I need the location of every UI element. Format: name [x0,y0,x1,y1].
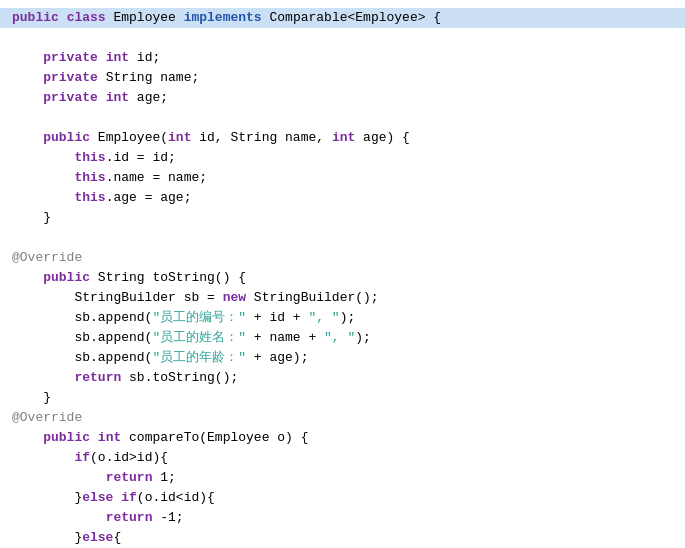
keyword-public3: public [43,268,90,288]
code-line-23: if(o.id>id){ [0,448,685,468]
code-line-8: this.id = id; [0,148,685,168]
code-line-13: @Override [0,248,685,268]
keyword-return3: return [106,508,153,528]
code-line-11: } [0,208,685,228]
code-editor: public class Employee implements Compara… [0,0,685,548]
code-line-blank-1 [0,28,685,48]
keyword-this3: this [74,188,105,208]
keyword-implements: implements [184,8,262,28]
keyword-class: class [67,8,106,28]
keyword-if2: if [121,488,137,508]
string-5: "员工的年龄：" [152,348,246,368]
plain [59,8,67,28]
keyword-private: private [43,48,98,68]
code-line-19: return sb.toString(); [0,368,685,388]
code-line-25: }else if(o.id<id){ [0,488,685,508]
keyword-int2: int [106,88,129,108]
code-line-15: StringBuilder sb = new StringBuilder(); [0,288,685,308]
keyword-return: return [74,368,121,388]
annotation-override2: @Override [12,408,82,428]
code-line-22: public int compareTo(Employee o) { [0,428,685,448]
code-line-14: public String toString() { [0,268,685,288]
keyword-int4: int [332,128,355,148]
plain: Employee [106,8,184,28]
keyword-this: this [74,148,105,168]
code-line-21: @Override [0,408,685,428]
string-1: "员工的编号：" [152,308,246,328]
code-line-9: this.name = name; [0,168,685,188]
plain: { [426,8,442,28]
string-2: ", " [308,308,339,328]
comparable-type: Comparable<Employee> [269,8,425,28]
annotation-override: @Override [12,248,82,268]
keyword-int3: int [168,128,191,148]
keyword-public2: public [43,128,90,148]
plain [262,8,270,28]
keyword-if: if [74,448,90,468]
code-area: public class Employee implements Compara… [0,0,685,548]
code-line-26: return -1; [0,508,685,528]
code-line-16: sb.append("员工的编号：" + id + ", "); [0,308,685,328]
code-line-24: return 1; [0,468,685,488]
code-line-20: } [0,388,685,408]
keyword-else2: else [82,528,113,548]
code-line-18: sb.append("员工的年龄：" + age); [0,348,685,368]
code-line-5: private int age; [0,88,685,108]
keyword-private3: private [43,88,98,108]
keyword-return2: return [106,468,153,488]
code-line-7: public Employee(int id, String name, int… [0,128,685,148]
string-4: ", " [324,328,355,348]
string-3: "员工的姓名：" [152,328,246,348]
keyword-new: new [223,288,246,308]
keyword-public4: public [43,428,90,448]
keyword-this2: this [74,168,105,188]
keyword-public: public [12,8,59,28]
code-line-1: public class Employee implements Compara… [0,8,685,28]
code-line-blank-3 [0,228,685,248]
code-line-27: }else{ [0,528,685,548]
keyword-int5: int [98,428,121,448]
code-line-3: private int id; [0,48,685,68]
keyword-else: else [82,488,113,508]
keyword-private2: private [43,68,98,88]
keyword-int: int [106,48,129,68]
code-line-blank-2 [0,108,685,128]
code-line-4: private String name; [0,68,685,88]
code-line-17: sb.append("员工的姓名：" + name + ", "); [0,328,685,348]
code-line-10: this.age = age; [0,188,685,208]
